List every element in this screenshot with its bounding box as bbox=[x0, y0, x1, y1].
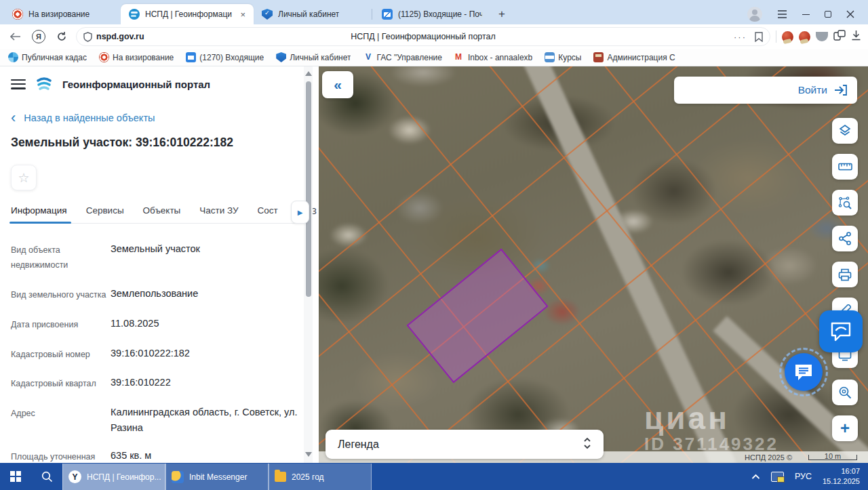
arrow-left-icon bbox=[10, 33, 21, 41]
area-search-button[interactable] bbox=[832, 190, 858, 216]
map-view[interactable]: « Войти bbox=[319, 66, 868, 463]
bookmark-item[interactable]: Личный кабинет bbox=[276, 52, 351, 62]
toolbar-separator bbox=[776, 30, 776, 43]
taskbar-app-nspd[interactable]: Y НСПД | Геоинфор... bbox=[62, 464, 165, 490]
star-icon: ☆ bbox=[18, 170, 29, 186]
panel-scrollbar[interactable] bbox=[304, 66, 313, 463]
taskbar-app-inbit[interactable]: Inbit Messenger bbox=[165, 464, 269, 490]
field-row: Дата присвоения 11.08.2025 bbox=[11, 316, 298, 333]
chat-bubble-icon bbox=[794, 363, 813, 381]
field-value: 39:16:010222 bbox=[111, 375, 298, 392]
field-label: Адрес bbox=[11, 405, 111, 435]
site-shield-icon bbox=[83, 32, 92, 42]
taskbar-app-2025[interactable]: 2025 год bbox=[269, 464, 372, 490]
print-button[interactable] bbox=[832, 262, 858, 287]
start-button[interactable] bbox=[0, 463, 31, 490]
chat-button[interactable] bbox=[785, 353, 823, 391]
system-tray: РУС 16:07 15.12.2025 bbox=[743, 463, 868, 490]
tab-sostav[interactable]: Сост bbox=[258, 205, 278, 216]
address-bar[interactable]: nspd.gov.ru НСПД | Геоинформационный пор… bbox=[76, 27, 770, 46]
extension-icon[interactable] bbox=[782, 31, 793, 43]
tab-close-icon[interactable]: × bbox=[240, 9, 245, 20]
scroll-down-icon[interactable] bbox=[305, 452, 312, 457]
bookmark-item[interactable]: VГАС "Управление bbox=[363, 52, 441, 62]
geoportal-app: Геоинформационный портал ‹ Назад в найде… bbox=[0, 66, 868, 463]
menu-icon bbox=[777, 10, 787, 18]
tab-chasti-zu[interactable]: Части ЗУ bbox=[199, 205, 238, 216]
profile-avatar[interactable] bbox=[747, 7, 762, 22]
coordinate-search-icon bbox=[838, 196, 852, 209]
language-indicator[interactable]: РУС bbox=[795, 472, 812, 481]
page-title: Земельный участок: 39:16:010222:182 bbox=[11, 136, 298, 150]
panel-tabs: Информация Сервисы Объекты Части ЗУ Сост… bbox=[11, 205, 298, 224]
url-text: nspd.gov.ru bbox=[96, 32, 144, 41]
share-button[interactable] bbox=[832, 226, 858, 251]
ruler-button[interactable] bbox=[832, 154, 858, 180]
expand-collapse-icon bbox=[583, 437, 591, 452]
tab-informatsiya[interactable]: Информация bbox=[11, 205, 67, 216]
scroll-up-icon[interactable] bbox=[305, 71, 312, 76]
bookmark-item[interactable]: Администрация С bbox=[593, 52, 675, 62]
extension-icon[interactable] bbox=[799, 31, 810, 43]
layers-button[interactable] bbox=[832, 118, 858, 144]
object-info-panel: Геоинформационный портал ‹ Назад в найде… bbox=[0, 66, 319, 463]
new-tab-button[interactable]: + bbox=[493, 5, 511, 23]
mail-blue-icon bbox=[186, 52, 196, 62]
taskbar-search-button[interactable] bbox=[31, 463, 62, 490]
tray-time: 16:07 bbox=[823, 466, 860, 476]
collections-icon[interactable] bbox=[833, 30, 846, 43]
login-button[interactable]: Войти bbox=[674, 77, 857, 104]
tabs-next-button[interactable]: ▶ bbox=[291, 201, 309, 224]
bookmark-item[interactable]: Курсы bbox=[545, 52, 581, 62]
browser-tab-nspd[interactable]: НСПД | Геоинформаци × bbox=[121, 4, 254, 24]
feedback-sketch-button[interactable] bbox=[819, 310, 863, 352]
legend-toggle[interactable]: Легенда bbox=[326, 430, 604, 459]
refresh-button[interactable] bbox=[53, 28, 71, 45]
field-label: Кадастровый номер bbox=[11, 346, 111, 363]
tray-date: 15.12.2025 bbox=[823, 476, 860, 487]
minimize-button[interactable] bbox=[802, 14, 810, 15]
search-on-map-button[interactable] bbox=[832, 380, 858, 405]
tab-obekty[interactable]: Объекты bbox=[143, 205, 181, 216]
bookmark-icon[interactable] bbox=[755, 32, 763, 42]
browser-tab-vizirovanie[interactable]: На визирование bbox=[4, 4, 121, 24]
field-row: Вид земельного участка Землепользование bbox=[11, 286, 298, 303]
browser-tab-lichny-kabinet[interactable]: Личный кабинет bbox=[254, 4, 370, 24]
browser-tab-mail[interactable]: (1125) Входящие - Почта bbox=[374, 4, 490, 24]
bookmark-item[interactable]: Inbox - annaalexb bbox=[454, 52, 532, 62]
tray-chevron-icon[interactable] bbox=[751, 470, 760, 483]
collapse-panel-button[interactable]: « bbox=[322, 71, 353, 98]
chevron-left-icon: ‹ bbox=[11, 113, 16, 123]
back-button[interactable] bbox=[7, 28, 24, 45]
administration-icon bbox=[593, 52, 604, 62]
bookmark-item[interactable]: Публичная кадас bbox=[8, 52, 87, 62]
input-indicator-icon[interactable] bbox=[771, 472, 784, 482]
ruler-icon bbox=[838, 162, 852, 171]
restore-button[interactable] bbox=[825, 11, 831, 18]
browser-menu-button[interactable] bbox=[777, 10, 787, 18]
double-chevron-left-icon: « bbox=[334, 77, 342, 93]
downloads-icon[interactable] bbox=[851, 30, 861, 43]
clock[interactable]: 16:07 15.12.2025 bbox=[823, 466, 860, 487]
tab-servisy[interactable]: Сервисы bbox=[86, 205, 124, 216]
nspd-logo bbox=[35, 76, 53, 92]
bookmark-item[interactable]: На визирование bbox=[99, 52, 174, 62]
gas-v-icon: V bbox=[363, 52, 373, 62]
close-window-button[interactable] bbox=[846, 10, 854, 18]
browser-toolbar: Я nspd.gov.ru НСПД | Геоинформационный п… bbox=[0, 24, 868, 49]
close-icon bbox=[846, 10, 854, 18]
more-actions-icon[interactable]: ··· bbox=[734, 32, 747, 42]
bookmark-item[interactable]: (1270) Входящие bbox=[186, 52, 264, 62]
tab-title: На визирование bbox=[28, 9, 90, 19]
protect-shield-icon[interactable] bbox=[816, 32, 828, 41]
folder-icon bbox=[275, 472, 286, 482]
menu-icon[interactable] bbox=[11, 79, 26, 89]
scrollbar-thumb[interactable] bbox=[306, 81, 311, 297]
zoom-in-button[interactable]: + bbox=[832, 415, 858, 441]
favorite-star-button[interactable]: ☆ bbox=[11, 165, 37, 190]
back-to-results-link[interactable]: ‹ Назад в найденные объекты bbox=[11, 113, 298, 123]
yandex-button[interactable]: Я bbox=[30, 28, 47, 45]
plus-icon: + bbox=[840, 419, 850, 438]
tab-title: (1125) Входящие - Почта bbox=[398, 9, 482, 19]
field-label: Площадь уточненная bbox=[11, 448, 111, 465]
